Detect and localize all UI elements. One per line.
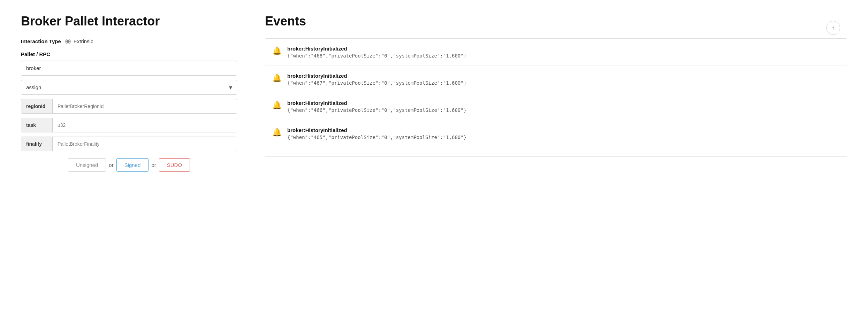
interaction-type-radio-group: Extrinsic	[65, 38, 93, 44]
param-label-task: task	[21, 118, 53, 132]
bell-icon: 🔔	[272, 128, 282, 137]
bell-icon: 🔔	[272, 101, 282, 110]
action-row: Unsigned or Signed or SUDO	[21, 158, 237, 172]
or-text-1: or	[109, 162, 113, 168]
event-data: {"when":"468","privatePoolSize":"0","sys…	[287, 53, 466, 59]
event-data: {"when":"467","privatePoolSize":"0","sys…	[287, 80, 466, 86]
param-label-finality: finality	[21, 137, 53, 151]
event-title: broker:HistoryInitialized	[287, 46, 466, 52]
page-title: Broker Pallet Interactor	[21, 14, 237, 29]
sudo-button[interactable]: SUDO	[159, 158, 190, 172]
extrinsic-label[interactable]: Extrinsic	[74, 38, 93, 44]
extrinsic-radio[interactable]	[65, 39, 71, 44]
event-item: 🔔broker:HistoryInitialized{"when":"467",…	[265, 66, 847, 93]
pallet-rpc-label: Pallet / RPC	[21, 51, 237, 57]
event-content: broker:HistoryInitialized{"when":"467","…	[287, 73, 466, 86]
event-content: broker:HistoryInitialized{"when":"465","…	[287, 127, 466, 140]
upload-button[interactable]: ↑	[826, 21, 840, 35]
param-label-regionId: regionId	[21, 99, 53, 113]
unsigned-button[interactable]: Unsigned	[68, 158, 106, 172]
signed-button[interactable]: Signed	[116, 158, 149, 172]
events-container[interactable]: 🔔broker:HistoryInitialized{"when":"468",…	[265, 38, 847, 157]
method-select[interactable]: assign configure drop purchase renew tra…	[21, 80, 237, 95]
param-row: regionId	[21, 99, 237, 114]
param-row: finality	[21, 137, 237, 151]
param-input-task[interactable]	[53, 118, 237, 132]
bell-icon: 🔔	[272, 46, 282, 55]
events-title: Events	[265, 14, 847, 29]
upload-icon: ↑	[832, 24, 835, 32]
pallet-rpc-input[interactable]	[21, 61, 237, 76]
event-item: 🔔broker:HistoryInitialized{"when":"466",…	[265, 93, 847, 120]
event-content: broker:HistoryInitialized{"when":"468","…	[287, 46, 466, 59]
event-data: {"when":"465","privatePoolSize":"0","sys…	[287, 135, 466, 140]
method-select-wrapper: assign configure drop purchase renew tra…	[21, 80, 237, 95]
event-data: {"when":"466","privatePoolSize":"0","sys…	[287, 107, 466, 113]
or-text-2: or	[151, 162, 156, 168]
event-title: broker:HistoryInitialized	[287, 100, 466, 106]
interaction-type-label: Interaction Type	[21, 38, 61, 44]
param-input-finality[interactable]	[53, 137, 237, 151]
event-title: broker:HistoryInitialized	[287, 127, 466, 133]
event-item: 🔔broker:HistoryInitialized{"when":"468",…	[265, 39, 847, 66]
bell-icon: 🔔	[272, 74, 282, 83]
param-row: task	[21, 118, 237, 132]
param-input-regionId[interactable]	[53, 99, 237, 113]
params-container: regionIdtaskfinality	[21, 99, 237, 151]
events-list: 🔔broker:HistoryInitialized{"when":"468",…	[265, 39, 847, 147]
event-content: broker:HistoryInitialized{"when":"466","…	[287, 100, 466, 113]
event-title: broker:HistoryInitialized	[287, 73, 466, 79]
event-item: 🔔broker:HistoryInitialized{"when":"465",…	[265, 120, 847, 147]
